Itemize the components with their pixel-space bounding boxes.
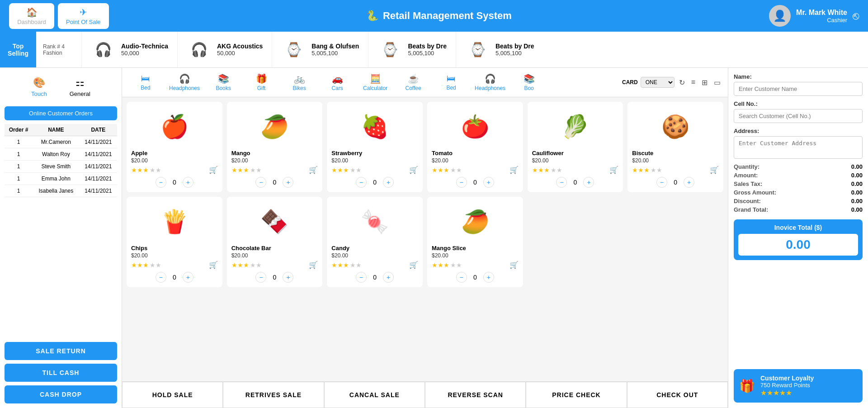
product-card-9[interactable]: 🍬 Candy $20.00 ★★★★★ 🛒 − 0 +: [327, 197, 423, 287]
qty-minus-3[interactable]: −: [356, 177, 367, 188]
qty-minus-8[interactable]: −: [255, 272, 266, 283]
qty-plus-3[interactable]: +: [383, 177, 394, 188]
cat-bikes[interactable]: 🚲Bikes: [281, 71, 317, 93]
nav-dashboard[interactable]: 🏠 Dashboard: [9, 3, 54, 29]
refresh-button[interactable]: ↻: [677, 77, 687, 88]
cat-bed2[interactable]: 🛏Bed: [433, 71, 469, 93]
grid-button[interactable]: ⊞: [700, 77, 709, 88]
price-check-button[interactable]: PRICE CHECK: [526, 382, 627, 408]
qty-plus-4[interactable]: +: [483, 177, 494, 188]
cell-no-input[interactable]: [734, 109, 863, 123]
product-card-4[interactable]: 🍅 Tomato $20.00 ★★★★★ 🛒 − 0 +: [427, 102, 523, 192]
cart-icon-8[interactable]: 🛒: [309, 261, 318, 269]
qty-plus-6[interactable]: +: [684, 177, 694, 188]
product-price-9: $20.00: [331, 252, 348, 259]
cart-icon-1[interactable]: 🛒: [209, 166, 218, 174]
check-out-button[interactable]: CHECK OUT: [627, 382, 728, 408]
qty-minus-9[interactable]: −: [356, 272, 367, 283]
product-rating-8: ★★★★★ 🛒: [231, 261, 318, 269]
cart-icon-9[interactable]: 🛒: [409, 261, 418, 269]
cart-icon-4[interactable]: 🛒: [509, 166, 519, 174]
general-view-button[interactable]: ⚏ General: [61, 72, 99, 102]
product-card-1[interactable]: 🍎 Apple $20.00 ★★★★★ 🛒 − 0 +: [127, 102, 222, 192]
touch-view-button[interactable]: 🎨 Touch: [22, 72, 56, 102]
product-card-5[interactable]: 🥬 Cauliflower $20.00 ★★★★★ 🛒 − 0 +: [528, 102, 623, 192]
till-cash-button[interactable]: TILL CASH: [5, 364, 117, 382]
cat-gift[interactable]: 🎁Gift: [243, 71, 279, 93]
cart-icon-7[interactable]: 🛒: [209, 261, 218, 269]
qty-minus-10[interactable]: −: [456, 272, 467, 283]
loyalty-title: Customer Loyalty: [760, 375, 814, 382]
qty-minus-2[interactable]: −: [255, 177, 266, 188]
cat-books2[interactable]: 📚Boo: [511, 71, 547, 93]
product-card-7[interactable]: 🍟 Chips $20.00 ★★★★★ 🛒 − 0 +: [127, 197, 222, 287]
filter-button[interactable]: ≡: [689, 77, 697, 87]
qty-val-2: 0: [270, 179, 279, 186]
product-grid: 🍎 Apple $20.00 ★★★★★ 🛒 − 0 + 🥭 Mango $20…: [127, 102, 723, 287]
orders-section: Online Customer Orders Order # NAME DATE…: [5, 106, 117, 338]
qty-plus-8[interactable]: +: [283, 272, 293, 283]
cell-label: Cell No.:: [734, 100, 863, 107]
table-row[interactable]: 1Emma John14/11/2021: [5, 173, 117, 185]
cat-cars[interactable]: 🚗Cars: [319, 71, 355, 93]
qty-plus-9[interactable]: +: [383, 272, 394, 283]
cancal-sale-button[interactable]: CANCAL SALE: [324, 382, 425, 408]
product-name-6: Biscute: [632, 150, 653, 157]
cat-headphones[interactable]: 🎧Headphones: [165, 71, 203, 93]
product-price-10: $20.00: [432, 252, 448, 259]
qty-minus-1[interactable]: −: [156, 177, 166, 188]
qty-control-4: − 0 +: [432, 177, 519, 188]
product-card-6[interactable]: 🍪 Biscute $20.00 ★★★★★ 🛒 − 0 +: [627, 102, 723, 192]
qty-val-4: 0: [471, 179, 480, 186]
qty-plus-7[interactable]: +: [183, 272, 193, 283]
product-rating-5: ★★★★★ 🛒: [532, 166, 619, 174]
cart-icon-5[interactable]: 🛒: [609, 166, 618, 174]
cash-drop-button[interactable]: CASH DROP: [5, 385, 117, 403]
sidebar-actions: SALE RETURN TILL CASH CASH DROP: [5, 342, 117, 403]
qty-minus-5[interactable]: −: [556, 177, 567, 188]
hold-sale-button[interactable]: HOLD SALE: [122, 382, 223, 408]
logout-button[interactable]: ⎋: [853, 9, 859, 22]
address-label: Address:: [734, 128, 863, 134]
right-panel: Name: Cell No.: Address: Quantity: 0.00 …: [728, 68, 868, 408]
table-row[interactable]: 1Walton Roy14/11/2021: [5, 148, 117, 161]
cat-calculator[interactable]: 🧮Calculator: [357, 71, 393, 93]
product-card-10[interactable]: 🥭 Mango Slice $20.00 ★★★★★ 🛒 − 0 +: [427, 197, 523, 287]
address-input[interactable]: [734, 136, 863, 159]
product-card-3[interactable]: 🍓 Strawberry $20.00 ★★★★★ 🛒 − 0 +: [327, 102, 423, 192]
product-rating-7: ★★★★★ 🛒: [131, 261, 218, 269]
cart-icon-3[interactable]: 🛒: [409, 166, 418, 174]
orders-table: Order # NAME DATE 1Mr.Cameron14/11/20211…: [5, 124, 117, 197]
cart-icon-6[interactable]: 🛒: [710, 166, 719, 174]
product-img-10: 🥭: [453, 201, 498, 242]
user-role: Cashier: [796, 17, 847, 24]
qty-plus-5[interactable]: +: [583, 177, 594, 188]
top-item-4-img: ⌚: [377, 37, 402, 62]
reverse-scan-button[interactable]: REVERSE SCAN: [425, 382, 526, 408]
qty-plus-1[interactable]: +: [183, 177, 193, 188]
list-button[interactable]: ▭: [712, 77, 722, 88]
cat-headphones2[interactable]: 🎧Headphones: [471, 71, 509, 93]
qty-val-3: 0: [370, 179, 379, 186]
user-name: Mr. Mark White: [796, 9, 847, 17]
qty-plus-10[interactable]: +: [483, 272, 494, 283]
table-row[interactable]: 1Isabella Janes14/11/2021: [5, 185, 117, 197]
sale-return-button[interactable]: SALE RETURN: [5, 342, 117, 360]
retrives-sale-button[interactable]: RETRIVES SALE: [223, 382, 324, 408]
card-select[interactable]: ONE TWO THREE: [641, 77, 675, 88]
cat-coffee[interactable]: ☕Coffee: [395, 71, 431, 93]
table-row[interactable]: 1Steve Smith14/11/2021: [5, 161, 117, 173]
customer-name-input[interactable]: [734, 82, 863, 96]
qty-plus-2[interactable]: +: [283, 177, 293, 188]
table-row[interactable]: 1Mr.Cameron14/11/2021: [5, 136, 117, 148]
cat-bed[interactable]: 🛏Bed: [127, 71, 164, 93]
qty-minus-4[interactable]: −: [456, 177, 467, 188]
product-card-2[interactable]: 🥭 Mango $20.00 ★★★★★ 🛒 − 0 +: [227, 102, 323, 192]
qty-minus-6[interactable]: −: [656, 177, 667, 188]
cart-icon-2[interactable]: 🛒: [309, 166, 318, 174]
cart-icon-10[interactable]: 🛒: [509, 261, 519, 269]
product-card-8[interactable]: 🍫 Chocolate Bar $20.00 ★★★★★ 🛒 − 0 +: [227, 197, 323, 287]
nav-pos[interactable]: ✈ Point Of Sale: [58, 3, 109, 29]
cat-books[interactable]: 📚Books: [205, 71, 241, 93]
qty-minus-7[interactable]: −: [156, 272, 166, 283]
